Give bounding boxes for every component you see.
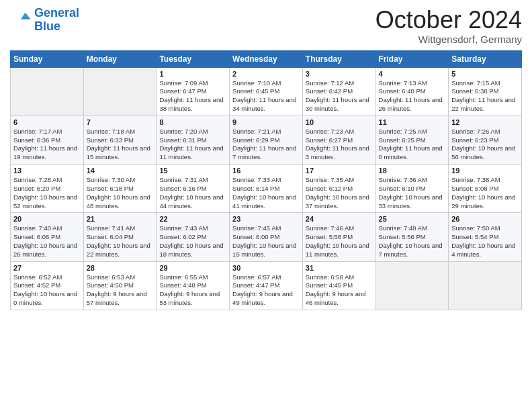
calendar-cell	[449, 261, 522, 310]
calendar-cell: 22Sunrise: 7:43 AM Sunset: 6:02 PM Dayli…	[157, 213, 230, 261]
day-number: 27	[13, 264, 81, 272]
calendar-body: 1Sunrise: 7:09 AM Sunset: 6:47 PM Daylig…	[11, 67, 522, 310]
day-number: 9	[232, 118, 300, 126]
day-info: Sunrise: 7:23 AM Sunset: 6:27 PM Dayligh…	[306, 128, 373, 162]
calendar-cell: 1Sunrise: 7:09 AM Sunset: 6:47 PM Daylig…	[157, 67, 230, 116]
col-friday: Friday	[375, 50, 449, 67]
day-number: 11	[379, 118, 446, 126]
day-info: Sunrise: 7:35 AM Sunset: 6:12 PM Dayligh…	[306, 176, 373, 210]
week-row-2: 6Sunrise: 7:17 AM Sunset: 6:36 PM Daylig…	[11, 116, 522, 164]
calendar-cell	[11, 67, 84, 116]
day-number: 12	[451, 118, 519, 126]
day-number: 18	[379, 167, 446, 175]
day-number: 16	[232, 167, 300, 175]
calendar-cell: 23Sunrise: 7:45 AM Sunset: 6:00 PM Dayli…	[230, 213, 303, 261]
day-info: Sunrise: 7:28 AM Sunset: 6:20 PM Dayligh…	[13, 176, 81, 210]
day-info: Sunrise: 7:25 AM Sunset: 6:25 PM Dayligh…	[379, 128, 446, 162]
calendar-cell: 18Sunrise: 7:36 AM Sunset: 6:10 PM Dayli…	[375, 165, 449, 213]
day-number: 29	[159, 264, 226, 272]
calendar-cell: 12Sunrise: 7:26 AM Sunset: 6:23 PM Dayli…	[449, 116, 522, 164]
day-number: 30	[232, 264, 300, 272]
day-info: Sunrise: 7:20 AM Sunset: 6:31 PM Dayligh…	[159, 128, 226, 162]
header-row: Sunday Monday Tuesday Wednesday Thursday…	[11, 50, 522, 67]
day-info: Sunrise: 7:30 AM Sunset: 6:18 PM Dayligh…	[87, 176, 154, 210]
calendar-cell: 25Sunrise: 7:48 AM Sunset: 5:56 PM Dayli…	[375, 213, 449, 261]
day-info: Sunrise: 6:58 AM Sunset: 4:45 PM Dayligh…	[306, 273, 373, 308]
calendar-cell: 24Sunrise: 7:46 AM Sunset: 5:58 PM Dayli…	[302, 213, 375, 261]
calendar-cell	[83, 67, 157, 116]
title-block: October 2024 Wittgensdorf, Germany	[375, 7, 522, 45]
day-info: Sunrise: 7:09 AM Sunset: 6:47 PM Dayligh…	[159, 79, 226, 113]
day-info: Sunrise: 7:46 AM Sunset: 5:58 PM Dayligh…	[306, 224, 373, 259]
calendar-cell: 21Sunrise: 7:41 AM Sunset: 6:04 PM Dayli…	[83, 213, 157, 261]
day-info: Sunrise: 6:57 AM Sunset: 4:47 PM Dayligh…	[232, 273, 300, 308]
col-thursday: Thursday	[302, 50, 375, 67]
day-number: 7	[87, 118, 154, 126]
week-row-5: 27Sunrise: 6:52 AM Sunset: 4:52 PM Dayli…	[11, 261, 522, 310]
calendar-cell: 7Sunrise: 7:18 AM Sunset: 6:33 PM Daylig…	[83, 116, 157, 164]
day-info: Sunrise: 7:50 AM Sunset: 5:54 PM Dayligh…	[451, 224, 519, 259]
day-info: Sunrise: 7:15 AM Sunset: 6:38 PM Dayligh…	[451, 79, 519, 113]
day-number: 8	[159, 118, 226, 126]
calendar-cell: 2Sunrise: 7:10 AM Sunset: 6:45 PM Daylig…	[230, 67, 303, 116]
calendar-cell: 19Sunrise: 7:38 AM Sunset: 6:08 PM Dayli…	[449, 165, 522, 213]
calendar-cell: 26Sunrise: 7:50 AM Sunset: 5:54 PM Dayli…	[449, 213, 522, 261]
col-monday: Monday	[83, 50, 157, 67]
day-number: 6	[13, 118, 81, 126]
calendar-cell: 27Sunrise: 6:52 AM Sunset: 4:52 PM Dayli…	[11, 261, 84, 310]
day-number: 22	[159, 215, 226, 223]
day-number: 20	[13, 215, 81, 223]
day-info: Sunrise: 6:55 AM Sunset: 4:48 PM Dayligh…	[159, 273, 226, 308]
calendar-cell: 13Sunrise: 7:28 AM Sunset: 6:20 PM Dayli…	[11, 165, 84, 213]
day-number: 13	[13, 167, 81, 175]
logo-icon	[10, 9, 32, 31]
day-number: 15	[159, 167, 226, 175]
day-info: Sunrise: 7:10 AM Sunset: 6:45 PM Dayligh…	[232, 79, 300, 113]
col-tuesday: Tuesday	[157, 50, 230, 67]
col-saturday: Saturday	[449, 50, 522, 67]
day-number: 21	[87, 215, 154, 223]
week-row-1: 1Sunrise: 7:09 AM Sunset: 6:47 PM Daylig…	[11, 67, 522, 116]
calendar-cell: 29Sunrise: 6:55 AM Sunset: 4:48 PM Dayli…	[157, 261, 230, 310]
week-row-4: 20Sunrise: 7:40 AM Sunset: 6:06 PM Dayli…	[11, 213, 522, 261]
calendar-cell: 3Sunrise: 7:12 AM Sunset: 6:42 PM Daylig…	[302, 67, 375, 116]
header: General Blue October 2024 Wittgensdorf, …	[10, 7, 522, 45]
day-info: Sunrise: 7:36 AM Sunset: 6:10 PM Dayligh…	[379, 176, 446, 210]
day-info: Sunrise: 7:31 AM Sunset: 6:16 PM Dayligh…	[159, 176, 226, 210]
day-info: Sunrise: 7:45 AM Sunset: 6:00 PM Dayligh…	[232, 224, 300, 259]
calendar-cell: 20Sunrise: 7:40 AM Sunset: 6:06 PM Dayli…	[11, 213, 84, 261]
day-info: Sunrise: 7:40 AM Sunset: 6:06 PM Dayligh…	[13, 224, 81, 259]
calendar-cell: 16Sunrise: 7:33 AM Sunset: 6:14 PM Dayli…	[230, 165, 303, 213]
calendar-cell: 30Sunrise: 6:57 AM Sunset: 4:47 PM Dayli…	[230, 261, 303, 310]
day-info: Sunrise: 7:12 AM Sunset: 6:42 PM Dayligh…	[306, 79, 373, 113]
day-number: 3	[306, 70, 373, 78]
calendar-cell: 15Sunrise: 7:31 AM Sunset: 6:16 PM Dayli…	[157, 165, 230, 213]
day-number: 17	[306, 167, 373, 175]
day-number: 24	[306, 215, 373, 223]
day-number: 14	[87, 167, 154, 175]
day-info: Sunrise: 7:48 AM Sunset: 5:56 PM Dayligh…	[379, 224, 446, 259]
day-info: Sunrise: 7:21 AM Sunset: 6:29 PM Dayligh…	[232, 128, 300, 162]
col-sunday: Sunday	[11, 50, 84, 67]
calendar-cell: 6Sunrise: 7:17 AM Sunset: 6:36 PM Daylig…	[11, 116, 84, 164]
day-number: 19	[451, 167, 519, 175]
day-number: 5	[451, 70, 519, 78]
day-number: 1	[159, 70, 226, 78]
month-title: October 2024	[375, 7, 522, 34]
calendar-cell: 4Sunrise: 7:13 AM Sunset: 6:40 PM Daylig…	[375, 67, 449, 116]
day-number: 4	[379, 70, 446, 78]
calendar-table: Sunday Monday Tuesday Wednesday Thursday…	[10, 50, 522, 310]
day-number: 10	[306, 118, 373, 126]
day-info: Sunrise: 7:13 AM Sunset: 6:40 PM Dayligh…	[379, 79, 446, 113]
day-number: 26	[451, 215, 519, 223]
day-info: Sunrise: 7:41 AM Sunset: 6:04 PM Dayligh…	[87, 224, 154, 259]
day-info: Sunrise: 6:53 AM Sunset: 4:50 PM Dayligh…	[87, 273, 154, 308]
day-number: 23	[232, 215, 300, 223]
day-number: 31	[306, 264, 373, 272]
week-row-3: 13Sunrise: 7:28 AM Sunset: 6:20 PM Dayli…	[11, 165, 522, 213]
day-info: Sunrise: 7:17 AM Sunset: 6:36 PM Dayligh…	[13, 128, 81, 162]
day-number: 28	[87, 264, 154, 272]
day-info: Sunrise: 7:26 AM Sunset: 6:23 PM Dayligh…	[451, 128, 519, 162]
day-info: Sunrise: 6:52 AM Sunset: 4:52 PM Dayligh…	[13, 273, 81, 308]
calendar-cell: 17Sunrise: 7:35 AM Sunset: 6:12 PM Dayli…	[302, 165, 375, 213]
